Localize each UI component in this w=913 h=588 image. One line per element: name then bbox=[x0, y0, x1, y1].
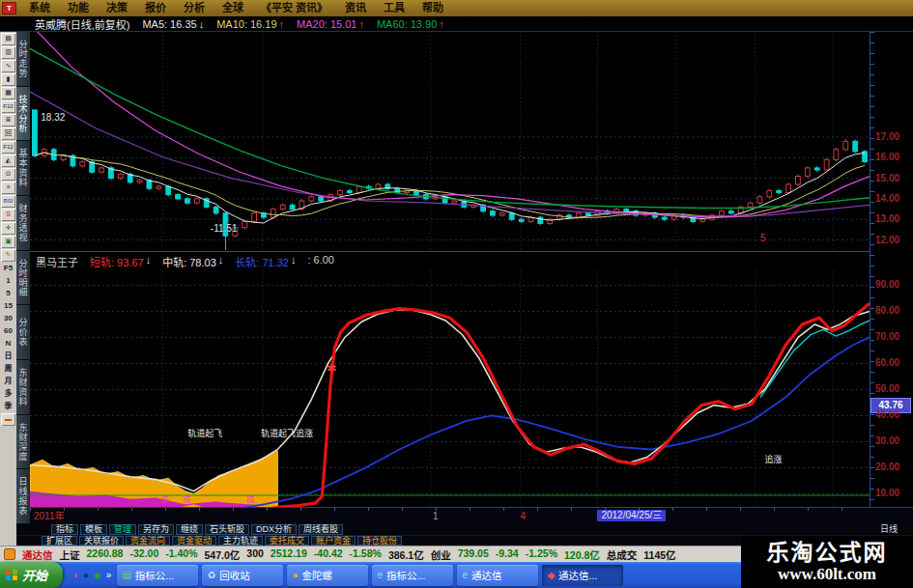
period-button-季[interactable]: 季 bbox=[5, 401, 13, 412]
tab-关联报价[interactable]: 关联报价 bbox=[79, 536, 124, 546]
line-chart-icon[interactable]: ∿ bbox=[1, 60, 15, 72]
tab-石头斩股[interactable]: 石头斩股 bbox=[205, 524, 249, 535]
menu-item-5[interactable]: 全球 bbox=[214, 0, 252, 16]
tdx-tray-icon[interactable] bbox=[4, 548, 15, 560]
menu-item-3[interactable]: 报价 bbox=[136, 0, 175, 16]
task-button-4[interactable]: e通达信 bbox=[457, 565, 538, 586]
report-icon[interactable]: ≣ bbox=[1, 114, 15, 126]
value-tick-90.00: 90.00 bbox=[875, 279, 899, 291]
status-segment-1: 2260.88 bbox=[87, 547, 124, 562]
date-tick-1: 1 bbox=[433, 511, 439, 522]
period-button-15[interactable]: 15 bbox=[4, 300, 13, 312]
menu-item-4[interactable]: 分析 bbox=[175, 0, 214, 16]
move-cross-icon[interactable]: ✛ bbox=[1, 222, 15, 235]
sidebar-tab-6[interactable]: 东财资料 bbox=[16, 360, 30, 415]
tab-委托成交[interactable]: 委托成交 bbox=[265, 536, 309, 546]
up-arrow-icon: ↑ bbox=[279, 18, 285, 30]
sidebar-tab-0[interactable]: 分时走势 bbox=[16, 32, 30, 87]
f10-info-icon[interactable]: F10 bbox=[1, 100, 15, 113]
task-button-5[interactable]: ◆通达信... bbox=[542, 565, 623, 586]
pencil-icon[interactable]: ✎ bbox=[1, 249, 15, 262]
main-body: ▤▥∿▮▦F10≣回F12◭⊙≡RSIS✛▣✎F515153060N日周月多季▬… bbox=[0, 32, 913, 546]
multi-grid-icon[interactable]: ▦ bbox=[1, 87, 15, 99]
period-button-周[interactable]: 周 bbox=[5, 363, 13, 375]
indicator-name: 黑马王子 bbox=[36, 254, 78, 269]
period-button-1[interactable]: 1 bbox=[6, 275, 10, 287]
menu-bar: T 系统功能决策报价分析全球《平安 资讯》资讯工具帮助 bbox=[0, 0, 913, 16]
price-tick-14.00: 14.00 bbox=[875, 193, 899, 205]
status-segment-12: -9.34 bbox=[496, 547, 519, 562]
price-tick-15.00: 15.00 bbox=[875, 173, 899, 184]
task-button-2[interactable]: ●金陀螺 bbox=[287, 565, 368, 586]
menu-item-9[interactable]: 帮助 bbox=[414, 0, 452, 16]
signal-icon[interactable]: S bbox=[1, 209, 15, 221]
sidebar-tab-2[interactable]: 基本资料 bbox=[16, 141, 30, 196]
tab-指标[interactable]: 指标 bbox=[51, 524, 78, 535]
period-button-月[interactable]: 月 bbox=[5, 376, 13, 387]
task-button-1[interactable]: ♻回收站 bbox=[202, 565, 283, 586]
menu-item-8[interactable]: 工具 bbox=[375, 0, 414, 16]
tab-账户资金[interactable]: 账户资金 bbox=[311, 536, 356, 546]
chart-annotation-2: 5 bbox=[760, 234, 766, 243]
price-axis[interactable]: 43.76 17.0016.0015.0014.0013.0012.0090.0… bbox=[870, 32, 913, 507]
task-button-icon-3: e bbox=[377, 570, 383, 581]
menu-item-6[interactable]: 《平安 资讯》 bbox=[252, 0, 336, 16]
sidebar-tab-3[interactable]: 财务透视 bbox=[16, 196, 30, 251]
indicator-header[interactable]: 黑马王子 短轨: 93.67↓中轨: 78.03↓长轨: 71.32↓: 6.0… bbox=[30, 251, 870, 270]
zoom-icon[interactable]: ⊙ bbox=[1, 168, 15, 181]
period-button-N[interactable]: N bbox=[6, 338, 12, 350]
status-segment-13: -1.25% bbox=[526, 547, 557, 562]
tray-icon[interactable]: ▬ bbox=[1, 413, 15, 426]
menu-item-7[interactable]: 资讯 bbox=[336, 0, 375, 16]
tab-持仓股份[interactable]: 持仓股份 bbox=[357, 536, 402, 546]
period-button-30[interactable]: 30 bbox=[4, 313, 13, 324]
quote-list-icon[interactable]: ▤ bbox=[1, 33, 15, 45]
status-segment-10: 创业 bbox=[431, 547, 451, 562]
tab-管理[interactable]: 管理 bbox=[109, 524, 136, 535]
candlestick-chart[interactable]: 18.32-11.515 bbox=[30, 32, 870, 251]
menu-item-0[interactable]: 系统 bbox=[20, 0, 59, 16]
rsi-indicator-icon[interactable]: RSI bbox=[1, 195, 15, 208]
date-axis[interactable]: 2011年 2012/04/25/三 14 bbox=[30, 507, 913, 524]
sidebar-tab-7[interactable]: 东财深度 bbox=[16, 415, 30, 470]
tab-缠绕[interactable]: 缠绕 bbox=[176, 524, 203, 535]
app-logo-icon: T bbox=[2, 2, 16, 14]
watermark-site-name: 乐淘公式网 bbox=[767, 540, 888, 565]
tab-另存为[interactable]: 另存为 bbox=[138, 524, 174, 535]
sidebar-tab-5[interactable]: 分价表 bbox=[16, 305, 30, 360]
chevron-expand-icon[interactable]: » bbox=[106, 569, 112, 581]
start-button[interactable]: 开始 bbox=[0, 562, 63, 588]
quicklaunch-green-app-icon[interactable]: ◆ bbox=[94, 569, 101, 581]
period-button-F5[interactable]: F5 bbox=[4, 263, 13, 274]
menu-item-2[interactable]: 决策 bbox=[98, 0, 136, 16]
menu-item-1[interactable]: 功能 bbox=[59, 0, 98, 16]
bar-chart-icon[interactable]: ▥ bbox=[1, 46, 15, 59]
capture-icon[interactable]: ▣ bbox=[1, 236, 15, 248]
draw-tool-icon[interactable]: ◭ bbox=[1, 154, 15, 167]
task-button-0[interactable]: ▤指标公... bbox=[117, 565, 198, 586]
sidebar-tab-8[interactable]: 日线报表 bbox=[16, 469, 30, 524]
tab-模板[interactable]: 模板 bbox=[80, 524, 107, 535]
period-label[interactable]: 日线 bbox=[880, 525, 898, 534]
task-button-icon-2: ● bbox=[292, 570, 298, 581]
tab-周线看股[interactable]: 周线看股 bbox=[299, 524, 343, 535]
quicklaunch-mail-icon[interactable]: ◖ bbox=[72, 569, 78, 581]
tab-资金流向[interactable]: 资金流向 bbox=[126, 536, 170, 546]
period-button-多[interactable]: 多 bbox=[5, 388, 13, 400]
candlestick-icon[interactable]: ▮ bbox=[1, 73, 15, 86]
frame-icon[interactable]: 回 bbox=[1, 127, 15, 140]
quicklaunch-messenger-icon[interactable]: ● bbox=[83, 569, 89, 581]
tab-DDX分析[interactable]: DDX分析 bbox=[251, 524, 297, 535]
period-button-5[interactable]: 5 bbox=[6, 288, 10, 299]
period-button-60[interactable]: 60 bbox=[4, 325, 13, 337]
tab-资金驱动[interactable]: 资金驱动 bbox=[172, 536, 216, 546]
sidebar-tab-4[interactable]: 分时明细 bbox=[16, 251, 30, 306]
indicator-panel[interactable]: ✱轨道起飞轨道起飞追涨追涨底底底 bbox=[30, 270, 870, 507]
period-button-日[interactable]: 日 bbox=[5, 350, 13, 362]
sidebar-tab-1[interactable]: 技术分析 bbox=[16, 87, 30, 142]
task-button-3[interactable]: e指标公... bbox=[372, 565, 453, 586]
tab-扩展区[interactable]: 扩展区 bbox=[42, 536, 77, 546]
f12-icon[interactable]: F12 bbox=[1, 141, 15, 154]
tab-主力轨迹[interactable]: 主力轨迹 bbox=[218, 536, 263, 546]
list-icon[interactable]: ≡ bbox=[1, 182, 15, 194]
